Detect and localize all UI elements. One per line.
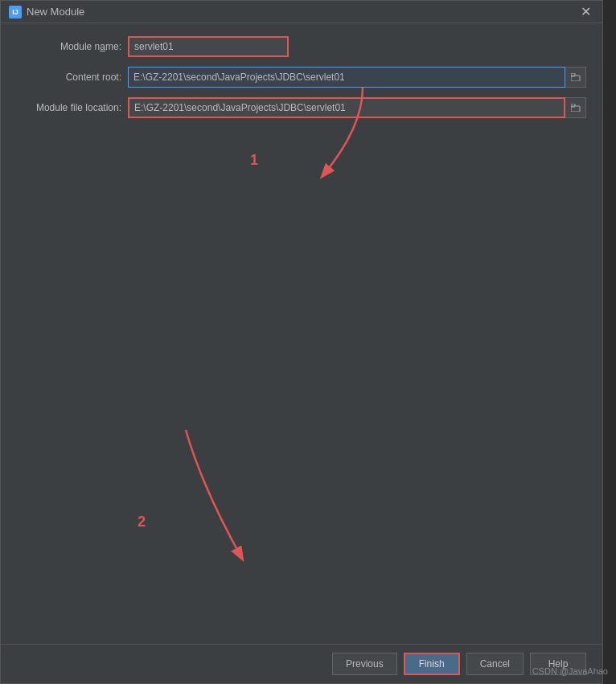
dialog-titlebar: IJ New Module ✕ [1,1,602,23]
module-file-input-group [128,97,586,118]
arrow-2-svg [121,422,282,583]
finish-button[interactable]: Finish [404,653,460,675]
annotation-2: 2 [138,514,146,526]
content-root-browse-button[interactable] [565,67,586,88]
content-root-row: Content root: [17,67,586,88]
annotation-1: 1 [250,152,258,169]
annotation-area: 1 2 [17,128,586,631]
module-file-input[interactable] [128,97,565,118]
module-name-label: Module name: [17,41,121,52]
module-file-label: Module file location: [17,102,121,113]
app-icon: IJ [9,6,22,18]
content-root-input[interactable] [128,67,565,88]
previous-button[interactable]: Previous [332,653,397,675]
close-button[interactable]: ✕ [577,6,594,18]
module-file-browse-button[interactable] [565,97,586,118]
title-left: IJ New Module [9,6,84,18]
cancel-button[interactable]: Cancel [466,653,524,675]
content-root-label: Content root: [17,72,121,83]
dialog-footer: Previous Finish Cancel Help [1,644,602,683]
content-root-input-group [128,67,586,88]
module-name-row: Module name: [17,36,586,57]
watermark: CSDN @JavaAhao [532,666,608,676]
dialog-content: Module name: Content root: Module file l… [1,23,602,644]
module-name-input[interactable] [128,36,289,57]
dialog-title: New Module [27,6,84,18]
module-file-row: Module file location: [17,97,586,118]
